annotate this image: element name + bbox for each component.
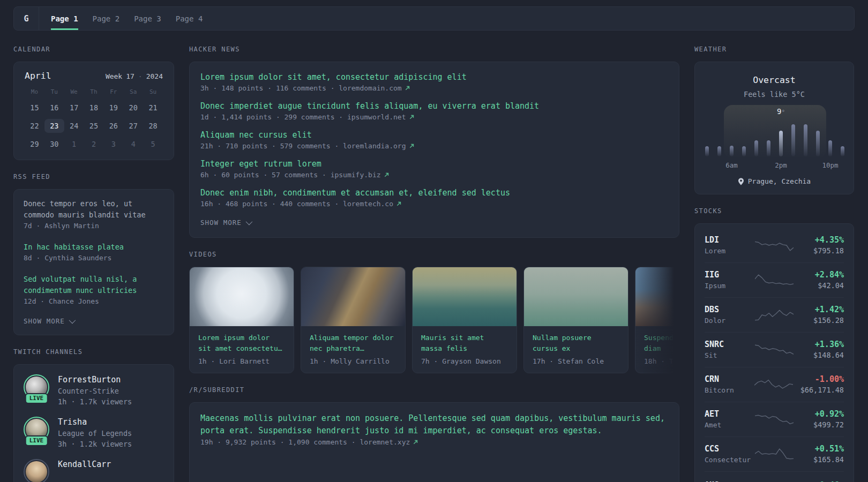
tab-page-4[interactable]: Page 4 [176, 7, 203, 30]
video-card[interactable]: Aliquam tempor dolor nec pharetra…1h · M… [301, 267, 406, 373]
video-title[interactable]: Mauris sit amet massa felis [421, 333, 508, 354]
stock-row[interactable]: CCSConsectetur+0.51%$165.84 [705, 436, 844, 471]
stock-ticker: AET [705, 408, 747, 420]
stock-values: +1.36%$148.64 [801, 338, 844, 360]
stock-price: $148.64 [801, 350, 844, 360]
video-card[interactable]: Mauris sit amet massa felis7h · Grayson … [412, 267, 517, 373]
calendar-day: 3 [103, 137, 123, 151]
weather-bar [742, 146, 746, 156]
stock-row[interactable]: AHS+0.46% [705, 471, 844, 482]
weather-time-label: 2pm [775, 161, 787, 169]
hackernews-item-meta: 1d · 1,414 points · 299 comments · ipsum… [200, 112, 668, 122]
stock-ticker: DBS [705, 304, 747, 315]
stock-price: $499.72 [801, 420, 844, 430]
stock-sparkline [755, 412, 794, 427]
subreddit-widget: /R/SUBREDDIT Maecenas mollis pulvinar er… [189, 386, 679, 482]
stock-sparkline [755, 342, 794, 357]
hackernews-item-title[interactable]: Donec imperdiet augue tincidunt felis al… [200, 101, 668, 112]
video-title[interactable]: Aliquam tempor dolor nec pharetra… [310, 333, 396, 354]
hackernews-card: Lorem ipsum dolor sit amet, consectetur … [189, 62, 679, 238]
weather-card: Overcast Feels like 5°C 9° 6am2pm10pm Pr… [694, 62, 854, 194]
stocks-card: LDILorem+4.35%$795.18IIGIpsum+2.84%$42.0… [694, 223, 854, 482]
weather-bar [754, 140, 758, 156]
rss-item-title[interactable]: Sed volutpat nulla nisl, a condimentum n… [24, 274, 164, 296]
video-card-body: Nullam posuere cursus ex17h · Stefan Col… [524, 326, 628, 373]
rss-show-more-button[interactable]: SHOW MORE [24, 317, 164, 325]
stock-row[interactable]: AETAmet+0.92%$499.72 [705, 402, 844, 436]
twitch-widget-label: TWITCH CHANNELS [13, 348, 174, 356]
stock-ticker: CCS [705, 443, 747, 455]
video-card[interactable]: Nullam posuere cursus ex17h · Stefan Col… [523, 267, 628, 373]
hackernews-item-title[interactable]: Integer eget rutrum lorem [200, 159, 668, 170]
calendar-day-header: Th [84, 88, 104, 95]
twitch-channel-info: KendallCarr [58, 459, 111, 470]
weather-bar-chart: 9° [705, 109, 843, 156]
video-title[interactable]: Nullam posuere cursus ex [533, 333, 619, 354]
twitch-channel-row[interactable]: LIVEForrestBurtonCounter-Strike1h · 1.7k… [24, 374, 164, 407]
stock-ticker: SNRC [705, 338, 747, 350]
tab-page-3[interactable]: Page 3 [134, 7, 161, 30]
stock-info: AETAmet [705, 408, 747, 430]
hackernews-item-title[interactable]: Donec enim nibh, condimentum et accumsan… [200, 187, 668, 199]
weather-time-label: 6am [725, 161, 738, 169]
calendar-day-header: Su [143, 88, 163, 95]
weather-widget: WEATHER Overcast Feels like 5°C 9° 6am2p… [694, 46, 854, 194]
rss-card: Donec tempor eros leo, ut commodo mauris… [13, 189, 174, 335]
hackernews-item-title[interactable]: Aliquam nec cursus elit [200, 130, 668, 141]
hackernews-item-title[interactable]: Lorem ipsum dolor sit amet, consectetur … [200, 72, 668, 83]
main-grid: CALENDAR April Week 17 · 2024 MoTuWeThFr… [13, 46, 855, 482]
stock-info: DBSDolor [705, 304, 747, 326]
hackernews-widget: HACKER NEWS Lorem ipsum dolor sit amet, … [189, 46, 679, 238]
weather-condition: Overcast [705, 74, 843, 87]
subreddit-post-title[interactable]: Maecenas mollis pulvinar erat non posuer… [200, 412, 668, 437]
rss-widget: RSS FEED Donec tempor eros leo, ut commo… [13, 173, 174, 335]
videos-track: Lorem ipsum dolor sit amet consectetu…1h… [189, 267, 679, 373]
stock-row[interactable]: IIGIpsum+2.84%$42.04 [705, 262, 844, 297]
rss-item-meta: 12d · Chance Jones [24, 296, 164, 306]
stocks-widget: STOCKS LDILorem+4.35%$795.18IIGIpsum+2.8… [694, 207, 854, 482]
twitch-channel-name[interactable]: ForrestBurton [58, 374, 132, 386]
twitch-channel-category: Counter-Strike [58, 386, 132, 396]
calendar-year: 2024 [146, 72, 163, 80]
twitch-channel-row[interactable]: LIVETrishaLeague of Legends3h · 1.2k vie… [24, 417, 164, 449]
calendar-day: 18 [84, 101, 104, 115]
video-card[interactable]: Suspendisse diam18h · Tara [635, 267, 679, 373]
calendar-day: 22 [25, 119, 44, 133]
stock-ticker: CRN [705, 373, 747, 385]
stock-row[interactable]: SNRCSit+1.36%$148.64 [705, 332, 844, 367]
tab-page-1[interactable]: Page 1 [51, 7, 78, 30]
calendar-day: 24 [64, 119, 84, 133]
weather-bar [791, 124, 795, 156]
twitch-channel-name[interactable]: KendallCarr [58, 459, 111, 470]
weather-feels-like: Feels like 5°C [705, 89, 843, 100]
twitch-avatar-ring [24, 459, 49, 482]
tab-page-2[interactable]: Page 2 [93, 7, 120, 30]
hackernews-show-more-button[interactable]: SHOW MORE [200, 219, 668, 227]
subreddit-post-meta: 19h · 9,932 points · 1,090 comments · lo… [200, 437, 668, 447]
video-title[interactable]: Lorem ipsum dolor sit amet consectetu… [198, 333, 285, 354]
separator-dot: · [138, 72, 143, 80]
calendar-week-label: Week [106, 72, 122, 80]
video-card[interactable]: Lorem ipsum dolor sit amet consectetu…1h… [189, 267, 294, 373]
dashboard-page: G Page 1Page 2Page 3Page 4 CALENDAR Apri… [0, 0, 868, 482]
stock-row[interactable]: LDILorem+4.35%$795.18 [705, 228, 844, 262]
stock-sparkline [755, 447, 794, 462]
calendar-day: 16 [44, 101, 64, 115]
rss-item-title[interactable]: Donec tempor eros leo, ut commodo mauris… [24, 198, 164, 221]
calendar-day: 17 [64, 101, 84, 115]
rss-item-meta: 8d · Cynthia Saunders [24, 253, 164, 263]
stock-row[interactable]: DBSDolor+1.42%$156.28 [705, 297, 844, 332]
hackernews-item-meta-text: 1d · 1,414 points · 299 comments · ipsum… [200, 112, 406, 122]
calendar-card: April Week 17 · 2024 MoTuWeThFrSaSu15161… [13, 62, 174, 160]
app-logo[interactable]: G [14, 7, 39, 30]
rss-item-title[interactable]: In hac habitasse platea [24, 242, 164, 253]
hackernews-item: Integer eget rutrum lorem6h · 60 points … [200, 159, 668, 180]
video-title[interactable]: Suspendisse diam [644, 333, 679, 354]
twitch-channel-name[interactable]: Trisha [58, 417, 132, 428]
twitch-channel-row[interactable]: KendallCarr [24, 459, 164, 482]
stock-row[interactable]: CRNBitcorn-1.00%$66,171.48 [705, 367, 844, 402]
hackernews-item-meta: 21h · 710 points · 579 comments · loreml… [200, 141, 668, 151]
weather-widget-label: WEATHER [694, 46, 854, 53]
stock-change-percent: +4.35% [801, 234, 844, 246]
weather-bar [705, 146, 709, 156]
